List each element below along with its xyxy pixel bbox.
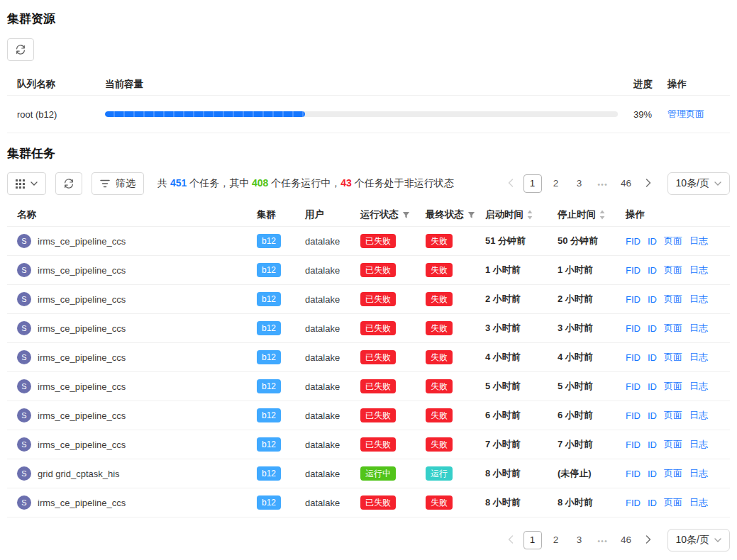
pagination-page[interactable]: 3 — [570, 531, 589, 549]
stop-time: 1 小时前 — [558, 264, 626, 276]
row-action-link[interactable]: 日志 — [689, 467, 708, 480]
pagination-page[interactable]: 1 — [523, 174, 542, 193]
row-action-link[interactable]: 页面 — [664, 264, 682, 276]
row-action-link[interactable]: 日志 — [689, 496, 708, 509]
run-status-badge: 已失败 — [360, 292, 396, 306]
column-header-cluster: 集群 — [257, 208, 305, 221]
pagination-page[interactable]: 1 — [523, 531, 542, 549]
cluster-badge: b12 — [257, 292, 281, 306]
refresh-icon — [64, 179, 74, 189]
row-action-link[interactable]: 页面 — [664, 467, 682, 480]
sorter-icon[interactable] — [527, 210, 533, 220]
page-size-select[interactable]: 10条/页 — [667, 172, 730, 195]
row-action-link[interactable]: 页面 — [664, 380, 682, 393]
row-action-link[interactable]: ID — [648, 323, 657, 334]
row-action-link[interactable]: FID — [626, 323, 641, 334]
avatar: S — [17, 379, 31, 393]
column-header-run-status: 运行状态 — [360, 208, 426, 221]
refresh-icon — [16, 45, 26, 55]
user-name: datalake — [305, 469, 360, 479]
pagination-prev-button[interactable] — [503, 174, 519, 193]
row-action-link[interactable]: FID — [626, 352, 641, 363]
row-action-link[interactable]: ID — [648, 381, 657, 392]
row-action-link[interactable]: 日志 — [689, 264, 708, 276]
cluster-badge: b12 — [257, 495, 281, 510]
pagination-page[interactable]: 2 — [547, 174, 565, 193]
row-action-link[interactable]: ID — [648, 498, 657, 508]
resources-table-row: root (b12) 39% 管理页面 — [7, 96, 730, 133]
sorter-icon[interactable] — [599, 210, 605, 220]
user-name: datalake — [305, 236, 360, 247]
capacity-progress-bar — [105, 111, 618, 117]
start-time: 1 小时前 — [485, 264, 558, 276]
filter-funnel-icon[interactable] — [402, 211, 410, 219]
pagination-ellipsis[interactable]: ••• — [594, 174, 612, 193]
filter-button[interactable]: 筛选 — [92, 172, 144, 195]
avatar: S — [17, 350, 31, 364]
chevron-down-icon — [31, 181, 38, 186]
row-action-link[interactable]: 日志 — [689, 322, 708, 335]
pagination-page[interactable]: 46 — [617, 531, 636, 549]
row-action-link[interactable]: 日志 — [689, 380, 708, 393]
row-action-link[interactable]: FID — [626, 265, 641, 276]
chevron-right-icon — [645, 534, 651, 546]
row-action-link[interactable]: FID — [626, 236, 641, 247]
final-status-badge: 失败 — [426, 408, 453, 422]
tasks-refresh-button[interactable] — [55, 172, 82, 195]
row-action-link[interactable]: ID — [648, 469, 657, 479]
filter-funnel-icon[interactable] — [467, 211, 475, 219]
view-switch-button[interactable] — [7, 172, 46, 195]
row-action-link[interactable]: 页面 — [664, 351, 682, 364]
row-action-link[interactable]: FID — [626, 469, 641, 479]
row-action-link[interactable]: FID — [626, 439, 641, 450]
resources-table-header: 队列名称 当前容量 进度 操作 — [7, 73, 730, 96]
row-action-link[interactable]: FID — [626, 498, 641, 508]
row-actions: FIDID页面日志 — [626, 322, 730, 335]
pagination-next-button[interactable] — [641, 174, 656, 193]
column-header-user: 用户 — [305, 208, 360, 221]
start-time: 6 小时前 — [485, 409, 558, 422]
cluster-badge: b12 — [257, 350, 281, 364]
row-action-link[interactable]: 页面 — [664, 235, 682, 247]
row-action-link[interactable]: 日志 — [689, 438, 708, 451]
summary-text: 共 — [157, 177, 170, 189]
start-time: 5 小时前 — [485, 380, 558, 393]
progress-percent: 39% — [633, 109, 667, 120]
row-action-link[interactable]: 页面 — [664, 322, 682, 335]
pagination-next-button[interactable] — [641, 531, 656, 549]
manage-page-link[interactable]: 管理页面 — [667, 108, 704, 119]
row-action-link[interactable]: 页面 — [664, 496, 682, 509]
row-action-link[interactable]: ID — [648, 410, 657, 421]
pagination-page[interactable]: 2 — [547, 531, 565, 549]
row-action-link[interactable]: ID — [648, 352, 657, 363]
pagination-page[interactable]: 46 — [617, 174, 636, 193]
row-action-link[interactable]: 页面 — [664, 438, 682, 451]
resources-refresh-button[interactable] — [7, 38, 34, 61]
user-name: datalake — [305, 352, 360, 363]
column-header-final-status: 最终状态 — [426, 208, 485, 221]
row-action-link[interactable]: 页面 — [664, 293, 682, 306]
row-action-link[interactable]: FID — [626, 294, 641, 305]
user-name: datalake — [305, 294, 360, 305]
row-action-link[interactable]: ID — [648, 236, 657, 247]
row-action-link[interactable]: 日志 — [689, 235, 708, 247]
column-header-resource-actions: 操作 — [667, 78, 730, 91]
pagination-prev-button[interactable] — [503, 531, 519, 549]
avatar: S — [17, 292, 31, 306]
row-action-link[interactable]: FID — [626, 410, 641, 421]
row-action-link[interactable]: ID — [648, 439, 657, 450]
row-action-link[interactable]: 日志 — [689, 293, 708, 306]
pagination-ellipsis[interactable]: ••• — [594, 531, 612, 549]
row-action-link[interactable]: 日志 — [689, 409, 708, 422]
avatar: S — [17, 495, 31, 510]
page-size-select[interactable]: 10条/页 — [667, 529, 730, 551]
row-action-link[interactable]: ID — [648, 294, 657, 305]
row-action-link[interactable]: 页面 — [664, 409, 682, 422]
row-action-link[interactable]: 日志 — [689, 351, 708, 364]
start-time: 4 小时前 — [485, 351, 558, 364]
row-action-link[interactable]: FID — [626, 381, 641, 392]
row-action-link[interactable]: ID — [648, 265, 657, 276]
cluster-badge: b12 — [257, 437, 281, 452]
stop-time: 2 小时前 — [558, 293, 626, 306]
pagination-page[interactable]: 3 — [570, 174, 589, 193]
